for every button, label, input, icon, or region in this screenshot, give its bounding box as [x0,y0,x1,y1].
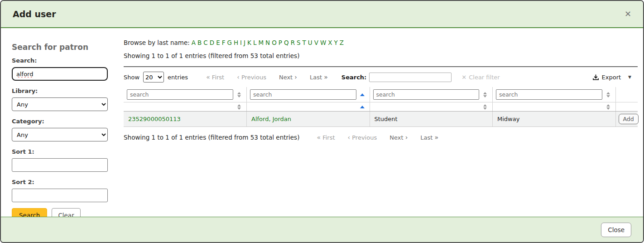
browse-letter-K[interactable]: K [247,39,251,46]
sort-both-icon[interactable] [235,104,243,110]
page-size-select[interactable]: 20 [143,72,164,83]
filter-name-input[interactable] [250,89,356,100]
sort1-input[interactable] [12,158,108,172]
browse-letter-B[interactable]: B [197,39,202,46]
pager-previous[interactable]: ‹ Previous [348,134,377,141]
double-chevron-left-icon: « [317,134,321,141]
modal-title: Add user [13,9,56,19]
browse-letter-Q[interactable]: Q [284,39,289,46]
caret-down-icon: ▼ [628,75,631,79]
browse-letter-I[interactable]: I [240,39,242,46]
patron-search-input[interactable] [12,67,108,81]
download-icon [592,74,599,81]
browse-letter-W[interactable]: W [320,39,326,46]
browse-letter-N[interactable]: N [265,39,270,46]
sort-both-icon[interactable] [481,92,489,97]
browse-letter-S[interactable]: S [297,39,301,46]
browse-by-last-name: Browse by last name:ABCDEFGHIJKLMNOPQRST… [124,39,638,46]
category-label: Category: [12,118,108,125]
sidebar-heading: Search for patron [12,43,108,52]
pager-last[interactable]: Last » [420,134,438,141]
clear-x-icon: ✕ [461,74,466,81]
patron-results-main: Browse by last name:ABCDEFGHIJKLMNOPQRST… [124,36,638,217]
patron-name-link[interactable]: Alford, Jordan [251,116,291,122]
sort-asc-icon[interactable] [358,93,366,96]
clear-button[interactable]: Clear [52,208,80,217]
pager-first[interactable]: « First [317,134,335,141]
pager-top: « First ‹ Previous Next › Last » [200,73,334,81]
browse-letter-P[interactable]: P [279,39,282,46]
browse-letter-V[interactable]: V [314,39,318,46]
double-chevron-left-icon: « [206,73,210,81]
category-cell: Student [370,112,493,127]
browse-letter-T[interactable]: T [303,39,306,46]
browse-letter-J[interactable]: J [244,39,245,46]
patron-row: 23529000050113 Alford, Jordan Student Mi… [124,112,638,127]
filter-category-input[interactable] [373,89,480,100]
browse-label: Browse by last name: [124,39,190,46]
table-search-input[interactable] [369,73,452,82]
browse-letter-O[interactable]: O [272,39,277,46]
category-select[interactable]: Any [12,128,108,141]
add-user-modal: Add user ✕ Search for patron Search: Lib… [0,0,644,243]
table-search-label: Search: [341,74,367,81]
chevron-right-icon: › [294,73,297,81]
browse-letter-H[interactable]: H [234,39,238,46]
browse-letter-F[interactable]: F [222,39,226,46]
modal-body: Search for patron Search: Library: Any C… [1,28,643,217]
pager-previous[interactable]: ‹ Previous [237,73,266,81]
datatable-footer: Showing 1 to 1 of 1 entries (filtered fr… [124,134,638,141]
filter-cardnumber-input[interactable] [127,89,233,100]
pager-last[interactable]: Last » [310,73,328,81]
search-button[interactable]: Search [12,208,47,217]
library-cell: Midway [493,112,616,127]
browse-letter-X[interactable]: X [328,39,332,46]
chevron-left-icon: ‹ [237,73,240,81]
sort2-label: Sort 2: [12,179,108,185]
add-patron-button[interactable]: Add [619,114,639,124]
browse-letter-L[interactable]: L [253,39,257,46]
browse-letter-Z[interactable]: Z [340,39,344,46]
pager-next[interactable]: Next › [279,73,297,81]
results-info-bottom: Showing 1 to 1 of 1 entries (filtered fr… [124,134,299,141]
browse-letter-U[interactable]: U [308,39,312,46]
cardnumber-cell: 23529000050113 [124,112,247,127]
sort-both-icon[interactable] [604,104,612,110]
entries-label: entries [168,74,188,81]
sort-both-icon[interactable] [235,92,243,97]
close-icon[interactable]: ✕ [625,10,631,18]
library-select[interactable]: Any [12,97,108,111]
export-button[interactable]: Export ▼ [592,74,638,81]
name-cell: Alford, Jordan [247,112,370,127]
double-chevron-right-icon: » [324,73,328,81]
browse-letter-E[interactable]: E [216,39,220,46]
pager-next[interactable]: Next › [389,134,408,141]
datatable-toolbar: Show 20 entries « First ‹ Previous Next … [124,67,638,87]
sort-asc-icon[interactable] [358,106,366,108]
browse-letter-C[interactable]: C [203,39,207,46]
browse-letter-R[interactable]: R [291,39,295,46]
pager-first[interactable]: « First [206,73,224,81]
sort-both-icon[interactable] [481,104,489,110]
browse-letter-A[interactable]: A [192,39,196,46]
clear-filter-button[interactable]: ✕Clear filter [461,74,500,81]
pager-bottom: « First ‹ Previous Next › Last » [310,134,445,141]
browse-letter-D[interactable]: D [210,39,214,46]
datatable-wrapper: Show 20 entries « First ‹ Previous Next … [124,66,638,141]
modal-footer: Close [1,217,643,242]
sort1-label: Sort 1: [12,148,108,155]
cardnumber-link[interactable]: 23529000050113 [128,116,181,122]
browse-letter-M[interactable]: M [258,39,264,46]
close-button[interactable]: Close [601,223,631,237]
export-label: Export [602,74,621,81]
library-label: Library: [12,87,108,94]
browse-letters: ABCDEFGHIJKLMNOPQRSTUVWXYZ [190,39,344,46]
browse-letter-G[interactable]: G [227,39,231,46]
sort-both-icon[interactable] [604,92,612,97]
patron-search-sidebar: Search for patron Search: Library: Any C… [12,36,108,217]
browse-letter-Y[interactable]: Y [334,39,338,46]
sidebar-buttons: Search Clear [12,208,108,217]
filter-library-input[interactable] [496,89,602,100]
sort2-input[interactable] [12,189,108,202]
patron-results-table: 23529000050113 Alford, Jordan Student Mi… [124,87,638,127]
